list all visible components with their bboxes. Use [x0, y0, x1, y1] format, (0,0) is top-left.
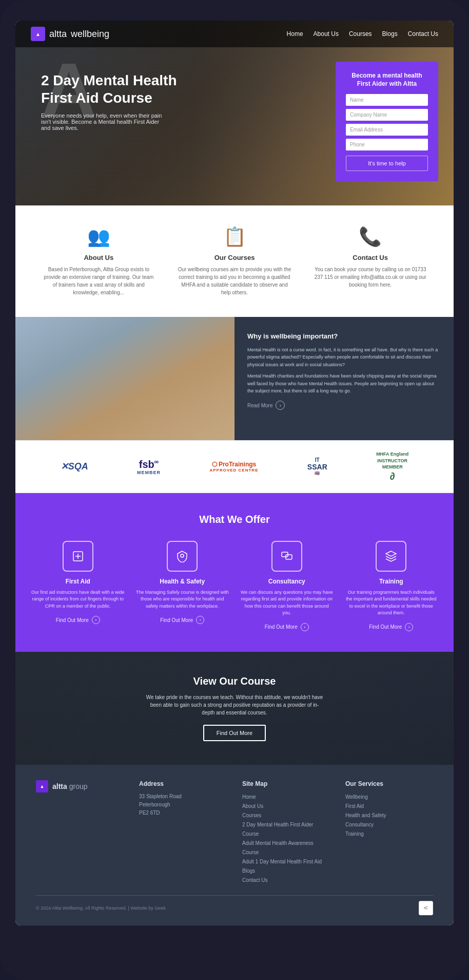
hero-text-block: A 2 Day Mental HealthFirst Aid Course Ev…	[41, 62, 336, 131]
hero-subtitle: Everyone needs your help, even when thei…	[41, 112, 164, 131]
feature-courses-desc: Our wellbeing courses aim to provide you…	[177, 266, 292, 296]
feature-courses-title: Our Courses	[177, 254, 292, 261]
form-submit-button[interactable]: It's time to help	[346, 156, 428, 171]
screen: ▲ altta wellbeing Home About Us Courses …	[15, 21, 454, 926]
phone-icon: 📞	[312, 226, 428, 248]
offer-first-aid: First Aid Our first aid instructors have…	[31, 541, 125, 631]
feature-courses: 📋 Our Courses Our wellbeing courses aim …	[172, 221, 298, 301]
offer-first-aid-desc: Our first aid instructors have dealt wit…	[31, 589, 125, 610]
feature-contact-title: Contact Us	[312, 254, 428, 261]
wellbeing-para2: Mental Health charities and foundations …	[247, 372, 441, 394]
email-input[interactable]	[346, 124, 428, 136]
footer-service-health[interactable]: Health and Safety	[345, 811, 433, 820]
logo-icon: ▲	[31, 27, 45, 41]
name-input[interactable]	[346, 94, 428, 106]
footer-sitemap-courses[interactable]: Courses	[242, 811, 330, 820]
footer-logo-brand: altta group	[52, 782, 88, 790]
offer-grid: First Aid Our first aid instructors have…	[31, 541, 438, 631]
nav-home[interactable]: Home	[287, 30, 303, 37]
offer-training-link-text: Find Out More	[369, 624, 402, 630]
footer-sitemap-title: Site Map	[242, 780, 330, 787]
partner-protrainings: ⬡ ProTrainings APPROVED CENTRE	[209, 461, 258, 473]
offer-first-aid-title: First Aid	[31, 578, 125, 585]
partners-section: ✕SQA fsb∞ MEMBER ⬡ ProTrainings APPROVED…	[15, 440, 454, 493]
footer: ▲ altta group Address 33 Stapleton Road …	[15, 765, 454, 926]
footer-sitemap-2day[interactable]: 2 Day Mental Health First Aider Course	[242, 820, 330, 839]
footer-service-firstaid[interactable]: First Aid	[345, 802, 433, 811]
hero-form: Become a mental health First Aider with …	[336, 62, 438, 181]
offer-training-link[interactable]: Find Out More ›	[344, 623, 439, 631]
first-aid-icon	[63, 541, 93, 572]
read-more-link[interactable]: Read More ›	[247, 401, 441, 410]
footer-service-consultancy[interactable]: Consultancy	[345, 820, 433, 830]
view-course-title: View Our Course	[145, 675, 324, 687]
view-course-section: View Our Course We take pride in the cou…	[15, 652, 454, 765]
logo: ▲ altta wellbeing	[31, 27, 109, 41]
feature-about: 👥 About Us Based in Peterborough, Altta …	[36, 221, 162, 301]
offer-training: Training Our training programmes teach i…	[344, 541, 439, 631]
footer-sitemap-home[interactable]: Home	[242, 793, 330, 802]
footer-sitemap-adult-mh[interactable]: Adult Mental Health Awareness Course	[242, 839, 330, 857]
feature-contact: 📞 Contact Us You can book your course by…	[307, 221, 433, 301]
footer-services: Our Services Wellbeing First Aid Health …	[345, 780, 433, 885]
read-more-arrow-icon: ›	[276, 401, 285, 410]
offer-consultancy-link-text: Find Out More	[265, 624, 298, 630]
feature-contact-desc: You can book your course by calling us o…	[312, 266, 428, 289]
wellbeing-question: Why is wellbeing important?	[247, 332, 441, 340]
read-more-text: Read More	[247, 403, 272, 408]
footer-address-line2: Peterborough	[139, 801, 227, 809]
partner-itssar: IT SSAR 🇬🇧	[307, 457, 327, 476]
company-input[interactable]	[346, 109, 428, 121]
offer-health-safety-link[interactable]: Find Out More ›	[135, 616, 230, 624]
feature-about-desc: Based in Peterborough, Altta Group exist…	[41, 266, 157, 296]
people-icon: 👥	[41, 226, 157, 248]
wellbeing-content: Why is wellbeing important? Mental Healt…	[234, 317, 454, 440]
nav-courses[interactable]: Courses	[349, 30, 372, 37]
navigation: ▲ altta wellbeing Home About Us Courses …	[15, 21, 454, 47]
footer-sitemap-contact[interactable]: Contact Us	[242, 876, 330, 885]
wellbeing-img-inner	[15, 317, 234, 440]
footer-bottom: © 2024 Altta Wellbeing. All Rights Reser…	[36, 895, 433, 915]
phone-input[interactable]	[346, 139, 428, 150]
feature-about-title: About Us	[41, 254, 157, 261]
footer-sitemap-blogs[interactable]: Blogs	[242, 866, 330, 876]
wellbeing-section: Why is wellbeing important? Mental Healt…	[15, 317, 454, 440]
logo-sub: wellbeing	[71, 29, 109, 40]
footer-address-line3: PE2 6TD	[139, 809, 227, 817]
offer-consultancy-title: Consultancy	[240, 578, 334, 585]
footer-logo-icon: ▲	[36, 780, 48, 793]
wellbeing-para1: Mental Health is not a curse word. In fa…	[247, 346, 441, 368]
offer-section: What We Offer First Aid Our first aid in…	[15, 493, 454, 652]
footer-service-wellbeing[interactable]: Wellbeing	[345, 793, 433, 802]
offer-health-safety-link-text: Find Out More	[160, 617, 193, 623]
nav-contact[interactable]: Contact Us	[408, 30, 438, 37]
logo-brand: altta	[49, 29, 67, 40]
offer-first-aid-link[interactable]: Find Out More ›	[31, 616, 125, 624]
offer-title: What We Offer	[31, 514, 438, 525]
offer-health-safety-arrow-icon: ›	[196, 616, 204, 624]
footer-sitemap-1day[interactable]: Adult 1 Day Mental Health First Aid	[242, 857, 330, 866]
offer-consultancy-link[interactable]: Find Out More ›	[240, 623, 334, 631]
footer-sitemap-about[interactable]: About Us	[242, 802, 330, 811]
footer-sitemap: Site Map Home About Us Courses 2 Day Men…	[242, 780, 330, 885]
offer-health-safety-desc: The Managing Safely course is designed w…	[135, 589, 230, 610]
offer-consultancy: Consultancy We can discuss any questions…	[240, 541, 334, 631]
view-course-button[interactable]: Find Out More	[203, 725, 266, 741]
view-course-content: View Our Course We take pride in the cou…	[134, 665, 335, 751]
offer-training-title: Training	[344, 578, 439, 585]
offer-health-safety-title: Health & Safety	[135, 578, 230, 585]
view-course-text: We take pride in the courses we teach. W…	[145, 693, 324, 717]
offer-training-desc: Our training programmes teach individual…	[344, 589, 439, 617]
consultancy-icon	[271, 541, 302, 572]
offer-first-aid-link-text: Find Out More	[56, 617, 89, 623]
nav-about[interactable]: About Us	[314, 30, 339, 37]
nav-blogs[interactable]: Blogs	[382, 30, 398, 37]
features-section: 👥 About Us Based in Peterborough, Altta …	[15, 205, 454, 317]
footer-service-training[interactable]: Training	[345, 830, 433, 839]
partner-sqa: ✕SQA	[61, 461, 88, 472]
partner-mhfa: MHFA EnglandINSTRUCTORMEMBER ∂	[376, 451, 408, 482]
footer-logo: ▲ altta group	[36, 780, 124, 793]
footer-address-line1: 33 Stapleton Road	[139, 793, 227, 801]
health-safety-icon	[167, 541, 198, 572]
offer-consultancy-desc: We can discuss any questions you may hav…	[240, 589, 334, 617]
